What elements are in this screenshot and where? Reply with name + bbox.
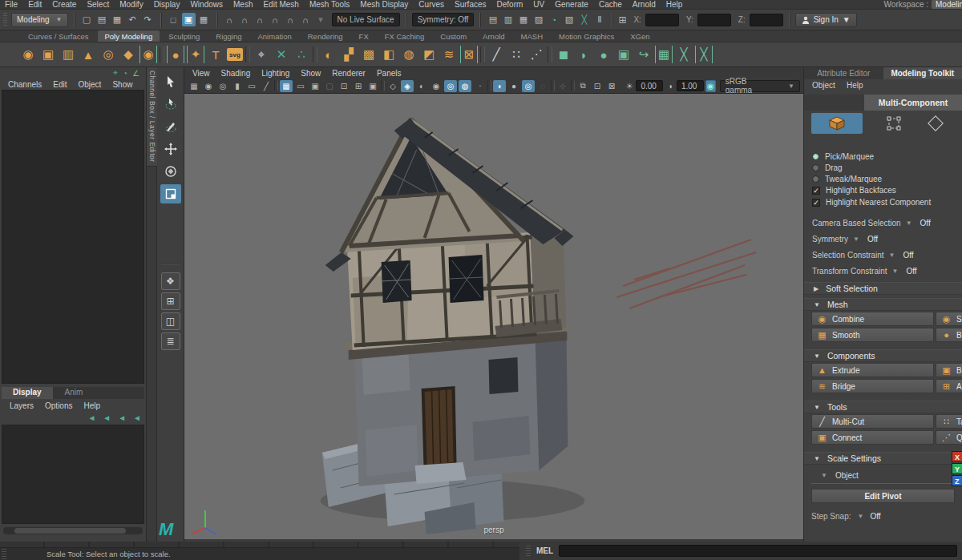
radio-drag[interactable]: Drag [812, 162, 962, 173]
viewport-menu-1[interactable]: View [192, 69, 210, 78]
separate-button[interactable]: ◉ Separate [936, 312, 962, 326]
shelf-tab-4[interactable]: Rigging [208, 30, 249, 42]
viewport-menu-5[interactable]: Renderer [332, 69, 366, 78]
snap-view-plane-icon[interactable]: ∩ [284, 13, 297, 26]
channel-menu-2[interactable]: Edit [53, 80, 67, 89]
default-material-icon[interactable]: ◌ [536, 80, 549, 92]
symmetry-field[interactable]: Symmetry: Off [412, 13, 475, 26]
poly-text-icon[interactable]: T [207, 46, 224, 63]
section-mesh[interactable]: ▼ Mesh [804, 298, 962, 311]
range-slider[interactable] [0, 542, 519, 548]
layer-tab-2[interactable]: Anim [54, 387, 95, 399]
pause-icon[interactable]: Ⅱ [592, 13, 606, 26]
layer-list[interactable] [2, 425, 144, 524]
shelf-tab-10[interactable]: Arnold [475, 30, 511, 42]
edit-pivot-button[interactable]: Edit Pivot [811, 489, 955, 503]
poly-cube-icon[interactable]: ▣ [39, 46, 57, 63]
poly-plane-icon[interactable]: ◆ [119, 46, 137, 63]
bridge-button[interactable]: ≋ Bridge [811, 379, 934, 393]
star-icon[interactable]: ✦ [187, 46, 204, 63]
contrast-icon[interactable]: ◑ [665, 80, 674, 92]
live-surface-field[interactable]: No Live Surface [332, 13, 400, 26]
channel-menu-3[interactable]: Object [79, 80, 102, 89]
manip-speed-icon[interactable]: ⌖ [113, 68, 118, 78]
shelf-tab-9[interactable]: Custom [433, 30, 474, 42]
snap-grid-icon[interactable]: ∩ [223, 13, 236, 26]
shelf-tab-6[interactable]: Rendering [301, 30, 350, 42]
snap-point-icon[interactable]: ∩ [253, 13, 267, 26]
wireframe-icon[interactable]: ◇ [386, 80, 399, 92]
sidebar-tab-2[interactable]: Modeling Toolkit [883, 67, 962, 79]
tab-multi-component[interactable]: Multi-Component [864, 95, 962, 111]
graph-icon[interactable]: ∠ [132, 69, 139, 78]
menu-item-1[interactable]: File [5, 0, 18, 10]
workspace-selector[interactable]: Modeling [932, 0, 962, 9]
make-live-icon[interactable]: ∩ [299, 13, 313, 26]
move-tool[interactable] [160, 139, 181, 159]
target-weld-button[interactable]: ∷ Target Weld [936, 414, 962, 429]
poly-cylinder-icon[interactable]: ▥ [59, 46, 77, 63]
bevel-button[interactable]: ▣ Bevel [936, 363, 962, 377]
shelf-tab-12[interactable]: Motion Graphics [552, 30, 621, 42]
redo-icon[interactable]: ↷ [141, 13, 155, 26]
transform-constraint-dropdown[interactable]: Transform Constraint ▼ Off [804, 263, 962, 279]
channel-menu-1[interactable]: Channels [8, 80, 42, 89]
extrude-button[interactable]: ▲ Extrude [811, 363, 934, 377]
mel-label[interactable]: MEL [536, 546, 553, 555]
layer-new-empty-icon[interactable]: ◄ [103, 413, 111, 422]
menu-item-2[interactable]: Edit [28, 0, 42, 10]
sign-in-button[interactable]: Sign In ▼ [795, 13, 857, 27]
sidebar-tab-1[interactable]: Attribute Editor [804, 67, 883, 79]
contrast-field[interactable]: 1.00 [677, 80, 704, 91]
horizontal-scrollbar[interactable] [3, 527, 143, 534]
smooth-button[interactable]: ▦ Smooth [811, 328, 934, 342]
viewport-menu-6[interactable]: Panels [377, 69, 402, 78]
snap-together-icon[interactable]: ✕ [273, 46, 290, 63]
menu-item-10[interactable]: Mesh Tools [309, 0, 350, 10]
safe-title-icon[interactable]: ⊞ [352, 80, 365, 92]
section-tools[interactable]: ▼ Tools [804, 401, 962, 413]
wheel-shelf-icon[interactable]: ◍ [400, 46, 418, 63]
multi-component-mode-button[interactable] [811, 113, 863, 134]
checkbox-highlight-nearest-component[interactable]: ✓ Highlight Nearest Component [812, 196, 962, 208]
booleans-button[interactable]: ● Booleans [936, 328, 962, 342]
image-plane-icon[interactable]: ▭ [245, 80, 258, 92]
wireframe-on-shaded-icon[interactable]: ◎ [522, 80, 535, 92]
select-camera-icon[interactable]: ▦ [188, 80, 200, 92]
section-scale-settings[interactable]: ▼ Scale Settings [804, 452, 962, 465]
toolkit-menu-2[interactable]: Help [847, 81, 863, 90]
gamma-icon[interactable]: ◉ [705, 80, 716, 92]
stack-shelf-icon[interactable]: ≋ [440, 46, 458, 63]
symmetry-dropdown[interactable]: Symmetry ▼ Off [804, 231, 962, 247]
y-axis-field[interactable]: Y [952, 463, 962, 474]
save-scene-icon[interactable]: ▦ [111, 13, 124, 26]
screen-space-ao-icon[interactable]: ◍ [459, 80, 471, 92]
slice-icon[interactable]: ╳ [695, 46, 713, 63]
single-pane-layout-icon[interactable]: ❖ [161, 272, 180, 290]
new-scene-icon[interactable]: ▢ [80, 13, 94, 26]
cut-cross-icon[interactable]: ╳ [675, 46, 693, 63]
exposure-field[interactable]: 0.00 [636, 80, 663, 91]
layer-menu-2[interactable]: Options [45, 401, 72, 410]
frame-all-icon[interactable]: ▣ [366, 80, 379, 92]
boolean-cube-icon[interactable]: ▣ [615, 46, 633, 63]
shelf-tab-2[interactable]: Poly Modeling [98, 30, 160, 42]
z-input[interactable] [750, 14, 783, 26]
manip-mode-icon[interactable]: ◔ [123, 69, 127, 78]
target-weld-shelf-icon[interactable]: ∷ [507, 46, 525, 63]
checkbox-highlight-backfaces[interactable]: ✓ Highlight Backfaces [812, 184, 962, 196]
render-settings-icon[interactable]: ▨ [532, 13, 545, 26]
menu-item-18[interactable]: Arnold [633, 0, 656, 10]
menu-item-12[interactable]: Curves [418, 0, 444, 10]
shelf-tab-7[interactable]: FX [352, 30, 376, 42]
open-scene-icon[interactable]: ▤ [95, 13, 109, 26]
shaded-icon[interactable]: ◈ [401, 80, 414, 92]
undo-icon[interactable]: ↶ [126, 13, 139, 26]
layer-tab-1[interactable]: Display [2, 387, 53, 399]
four-pane-layout-icon[interactable]: ⊞ [161, 292, 180, 310]
viewport-menu-4[interactable]: Show [301, 69, 321, 78]
construction-history-icon[interactable]: ▦ [516, 13, 530, 26]
layer-move-down-icon[interactable]: ◄ [133, 413, 141, 422]
camera-based-selection-dropdown[interactable]: Camera Based Selection ▼ Off [804, 215, 962, 231]
poly-sphere-icon[interactable]: ◉ [19, 46, 37, 63]
